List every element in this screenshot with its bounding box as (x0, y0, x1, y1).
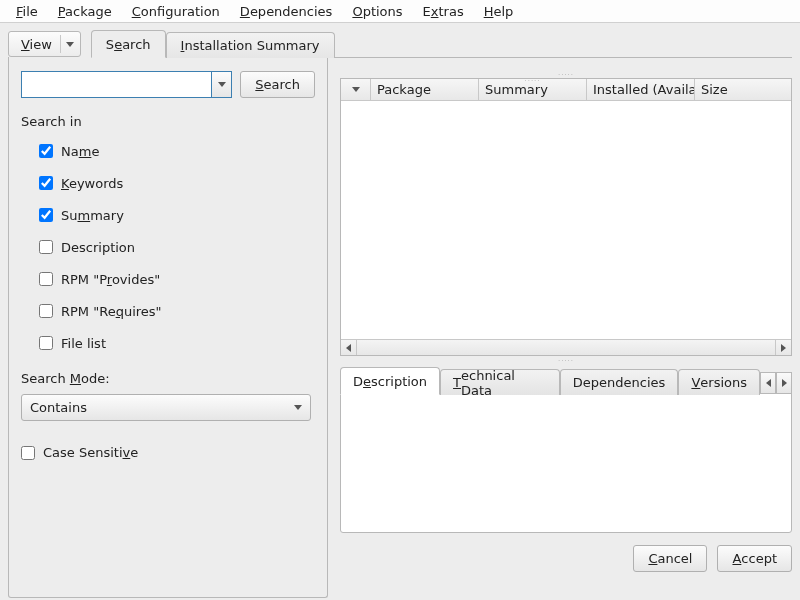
check-requires[interactable] (39, 304, 53, 318)
chevron-right-icon (782, 379, 787, 387)
horizontal-scrollbar[interactable] (341, 339, 791, 355)
results-pane: ····· Package Summary····· Installed (Av… (328, 58, 792, 598)
chevron-down-icon (352, 87, 360, 92)
column-status[interactable] (341, 79, 371, 100)
detail-tabstrip: Description Technical Data Dependencies … (340, 366, 792, 394)
menu-extras[interactable]: Extras (413, 2, 474, 21)
menu-package[interactable]: Package (48, 2, 122, 21)
dialog-buttons: Cancel Accept (340, 533, 792, 576)
menu-file-rest: ile (23, 4, 38, 19)
tab-scroll-right[interactable] (776, 372, 792, 394)
detail-area: Description Technical Data Dependencies … (340, 366, 792, 533)
tab-scroll-left[interactable] (760, 372, 776, 394)
search-mode-label: Search Mode: (21, 371, 315, 386)
search-mode-select[interactable]: Contains (21, 394, 311, 421)
check-name[interactable] (39, 144, 53, 158)
package-table: Package Summary····· Installed (Availab … (340, 78, 792, 356)
grip-icon: ····· (524, 79, 540, 84)
detail-tab-versions[interactable]: Versions (678, 369, 760, 395)
content-area: Search Search in Name Keywords Summary D… (8, 57, 792, 598)
chevron-down-icon (66, 42, 74, 47)
menu-file[interactable]: File (6, 2, 48, 21)
chevron-down-icon (218, 82, 226, 87)
view-button[interactable]: View (8, 31, 81, 57)
menu-dependencies[interactable]: Dependencies (230, 2, 343, 21)
chevron-left-icon (766, 379, 771, 387)
scroll-left-button[interactable] (341, 340, 357, 355)
chevron-down-icon (294, 405, 302, 410)
detail-tab-description[interactable]: Description (340, 367, 440, 395)
search-input[interactable] (22, 72, 211, 97)
search-button[interactable]: Search (240, 71, 315, 98)
check-provides[interactable] (39, 272, 53, 286)
search-panel: Search Search in Name Keywords Summary D… (8, 57, 328, 598)
tab-installation-summary[interactable]: Installation Summary (166, 32, 335, 58)
menu-configuration[interactable]: Configuration (122, 2, 230, 21)
accept-button[interactable]: Accept (717, 545, 792, 572)
scroll-right-button[interactable] (775, 340, 791, 355)
label-file-list: File list (61, 336, 106, 351)
detail-body[interactable] (340, 393, 792, 533)
main-tabstrip: Search Installation Summary (91, 29, 335, 57)
column-package[interactable]: Package (371, 79, 479, 100)
column-summary[interactable]: Summary····· (479, 79, 587, 100)
chevron-left-icon (346, 344, 351, 352)
search-in-label: Search in (21, 114, 315, 129)
check-summary[interactable] (39, 208, 53, 222)
menu-package-rest: ackage (65, 4, 112, 19)
column-size[interactable]: Size (695, 79, 791, 100)
detail-tab-dependencies[interactable]: Dependencies (560, 369, 679, 395)
column-installed[interactable]: Installed (Availab (587, 79, 695, 100)
table-body[interactable] (341, 101, 791, 339)
check-keywords[interactable] (39, 176, 53, 190)
check-description[interactable] (39, 240, 53, 254)
check-file-list[interactable] (39, 336, 53, 350)
check-case-sensitive[interactable] (21, 446, 35, 460)
menu-help[interactable]: Help (474, 2, 524, 21)
chevron-right-icon (781, 344, 786, 352)
table-header: Package Summary····· Installed (Availab … (341, 79, 791, 101)
menu-options[interactable]: Options (342, 2, 412, 21)
tab-toolbar: View Search Installation Summary (0, 23, 800, 57)
search-mode-value: Contains (30, 400, 87, 415)
scroll-track[interactable] (357, 340, 775, 355)
separator (60, 35, 61, 53)
cancel-button[interactable]: Cancel (633, 545, 707, 572)
search-history-dropdown[interactable] (211, 72, 231, 97)
menubar: File Package Configuration Dependencies … (0, 0, 800, 23)
tab-search[interactable]: Search (91, 30, 166, 58)
detail-tab-technical[interactable]: Technical Data (440, 369, 560, 395)
splitter-grip-icon[interactable]: ····· (340, 358, 792, 364)
label-description: Description (61, 240, 135, 255)
search-combo[interactable] (21, 71, 232, 98)
